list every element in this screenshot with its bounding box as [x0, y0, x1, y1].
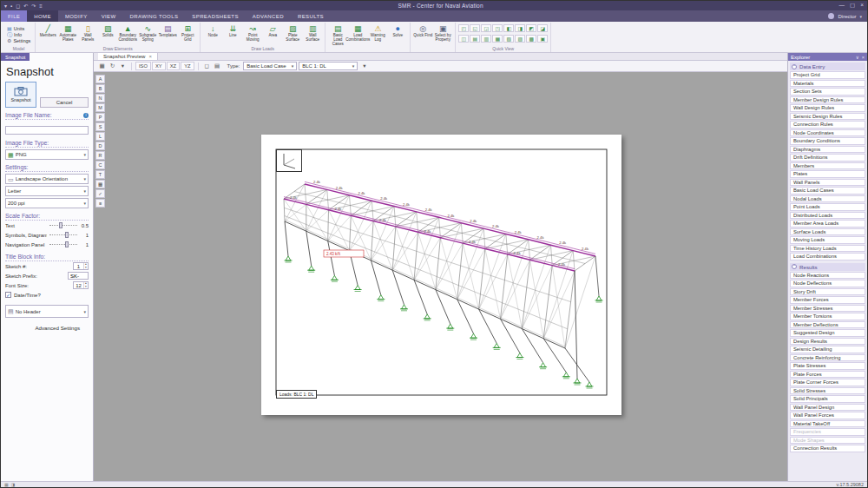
- explorer-item[interactable]: Seismic Design Rules: [790, 113, 865, 121]
- ribbon-button[interactable]: ▯ Wall Panels: [78, 23, 97, 43]
- font-size-stepper[interactable]: 12 ▴▾: [73, 281, 89, 289]
- image-file-type-select[interactable]: ▦ PNG ▾: [5, 149, 89, 160]
- ribbon-button[interactable]: ▦ Load Combinations: [348, 23, 367, 43]
- explorer-item[interactable]: Seismic Detailing: [790, 346, 865, 353]
- explorer-item[interactable]: Load Combinations: [790, 253, 865, 260]
- panel-control-icon[interactable]: ∨: [856, 55, 859, 60]
- ribbon-button[interactable]: ↓ Node: [203, 23, 222, 38]
- quick-view-tool-icon[interactable]: ◪: [537, 24, 548, 32]
- explorer-item[interactable]: Design Results: [790, 338, 865, 346]
- explorer-item[interactable]: Distributed Loads: [790, 212, 865, 220]
- explorer-item[interactable]: Connection Results: [790, 445, 865, 452]
- explorer-item[interactable]: Wall Panels: [790, 179, 865, 187]
- quick-view-tool-icon[interactable]: ▩: [526, 35, 536, 43]
- explorer-item[interactable]: Section Sets: [790, 88, 865, 96]
- display-toggle-icon[interactable]: ≡: [95, 199, 105, 208]
- toolbar-icon[interactable]: ◻: [202, 62, 212, 70]
- quick-access-icon[interactable]: ↷: [31, 3, 36, 9]
- display-toggle-icon[interactable]: S: [95, 122, 105, 131]
- quick-access-icon[interactable]: ▪: [10, 3, 12, 9]
- quick-view-tool-icon[interactable]: ▣: [537, 35, 548, 43]
- stepper-arrows-icon[interactable]: ▴▾: [83, 282, 88, 288]
- menu-tab[interactable]: RESULTS: [291, 10, 331, 22]
- explorer-item[interactable]: Node Coordinates: [790, 129, 865, 137]
- ribbon-button[interactable]: ⇊ Line: [223, 23, 242, 38]
- explorer-item[interactable]: Member Stresses: [790, 305, 865, 313]
- ribbon-button[interactable]: ▦ Automate Plates: [58, 23, 77, 43]
- quick-access-icon[interactable]: ▾: [4, 3, 7, 9]
- info-icon[interactable]: i: [83, 113, 89, 118]
- ribbon-button[interactable]: ▥ Wall Surface: [303, 23, 322, 43]
- explorer-item[interactable]: Story Drift: [790, 288, 865, 296]
- menu-tab[interactable]: MODIFY: [58, 10, 95, 22]
- window-control-icon[interactable]: ×: [860, 3, 864, 9]
- quick-access-icon[interactable]: ≡: [39, 3, 43, 9]
- quick-view-tool-icon[interactable]: ◩: [526, 24, 536, 32]
- explorer-item[interactable]: Suggested Design: [790, 329, 865, 337]
- explorer-item[interactable]: Node Reactions: [790, 272, 865, 280]
- display-toggle-icon[interactable]: D: [95, 142, 105, 150]
- ribbon-button[interactable]: ▤ Basic Load Cases: [328, 23, 347, 47]
- dpi-select[interactable]: 200 ppi ▾: [5, 198, 89, 208]
- explorer-item[interactable]: Surface Loads: [790, 228, 865, 236]
- window-control-icon[interactable]: ▢: [850, 3, 855, 9]
- ribbon-button[interactable]: ◎ Quick Find: [413, 23, 432, 38]
- ribbon-button[interactable]: ▣ Select by Property: [433, 23, 452, 43]
- toolbar-icon[interactable]: ↻: [108, 62, 117, 70]
- statusbar-icon[interactable]: ▦: [4, 483, 9, 487]
- explorer-item[interactable]: Materials: [790, 80, 865, 88]
- view-button[interactable]: XY: [152, 62, 166, 70]
- quick-view-tool-icon[interactable]: ▦: [492, 35, 503, 43]
- explorer-item[interactable]: Member Deflections: [790, 321, 865, 329]
- display-toggle-icon[interactable]: ▦: [95, 180, 105, 188]
- ribbon-button[interactable]: ● Solve: [388, 23, 407, 38]
- ribbon-small-button[interactable]: ▤ Units: [5, 26, 26, 31]
- ribbon-small-button[interactable]: ⚙ Settings: [5, 38, 32, 43]
- image-file-name-input[interactable]: [5, 126, 89, 135]
- explorer-item[interactable]: Members: [790, 162, 865, 170]
- blc-select[interactable]: BLC 1: DL ▾: [299, 62, 358, 70]
- explorer-item[interactable]: Plate Stresses: [790, 362, 865, 370]
- load-type-select[interactable]: Basic Load Case ▾: [243, 62, 297, 70]
- ribbon-button[interactable]: ∿ Subgrade Spring: [138, 23, 157, 43]
- view-button[interactable]: YZ: [181, 62, 194, 70]
- quick-view-tool-icon[interactable]: ◲: [481, 24, 491, 32]
- section-results[interactable]: ˆ Results: [790, 263, 865, 271]
- explorer-item[interactable]: Wall Panel Design: [790, 404, 865, 412]
- menu-tab[interactable]: FILE: [1, 10, 27, 22]
- display-toggle-icon[interactable]: N: [95, 94, 105, 102]
- explorer-item[interactable]: Material TakeOff: [790, 420, 865, 428]
- explorer-item[interactable]: Point Loads: [790, 203, 865, 211]
- display-toggle-icon[interactable]: L: [95, 132, 105, 141]
- explorer-item[interactable]: Member Forces: [790, 296, 865, 304]
- ribbon-button[interactable]: ▱ Area: [263, 23, 282, 38]
- quick-view-tool-icon[interactable]: ◧: [503, 24, 514, 32]
- scale-factor-slider[interactable]: [49, 244, 77, 245]
- advanced-settings-link[interactable]: Advanced Settings: [5, 325, 89, 331]
- explorer-item[interactable]: Diaphragms: [790, 146, 865, 154]
- ribbon-button[interactable]: ╱ Members: [38, 23, 57, 38]
- ribbon-button[interactable]: ↝ Point Moving: [243, 23, 262, 43]
- user-menu[interactable]: Director ▾: [823, 10, 867, 22]
- cancel-button[interactable]: Cancel: [40, 97, 89, 108]
- explorer-item[interactable]: Node Deflections: [790, 280, 865, 287]
- panel-control-icon[interactable]: ×: [862, 55, 865, 60]
- display-toggle-icon[interactable]: C: [95, 161, 105, 169]
- ribbon-button[interactable]: ⊞ Project Grid: [178, 23, 197, 43]
- collapse-icon[interactable]: ˆ: [792, 64, 797, 69]
- quick-access-icon[interactable]: ↶: [23, 3, 28, 9]
- quick-view-tool-icon[interactable]: ◨: [515, 24, 525, 32]
- chevron-down-icon[interactable]: ▾: [359, 62, 369, 70]
- display-toggle-icon[interactable]: A: [95, 75, 105, 83]
- toolbar-icon[interactable]: ▦: [97, 62, 107, 70]
- scale-factor-slider[interactable]: [49, 234, 77, 235]
- drawing-canvas[interactable]: ABNMPSLDRCT▦✓≡ 2.4k2.4k2.4k2.4k2.4k2.4k2…: [94, 72, 787, 481]
- explorer-item[interactable]: Boundary Conditions: [790, 137, 865, 145]
- explorer-item[interactable]: Plates: [790, 170, 865, 178]
- display-toggle-icon[interactable]: M: [95, 103, 105, 112]
- collapse-icon[interactable]: ˆ: [792, 264, 797, 269]
- snapshot-button[interactable]: Snapshot: [5, 82, 36, 108]
- menu-tab[interactable]: HOME: [27, 10, 58, 22]
- explorer-item[interactable]: Basic Load Cases: [790, 187, 865, 195]
- menu-tab[interactable]: SPREADSHEETS: [185, 10, 245, 22]
